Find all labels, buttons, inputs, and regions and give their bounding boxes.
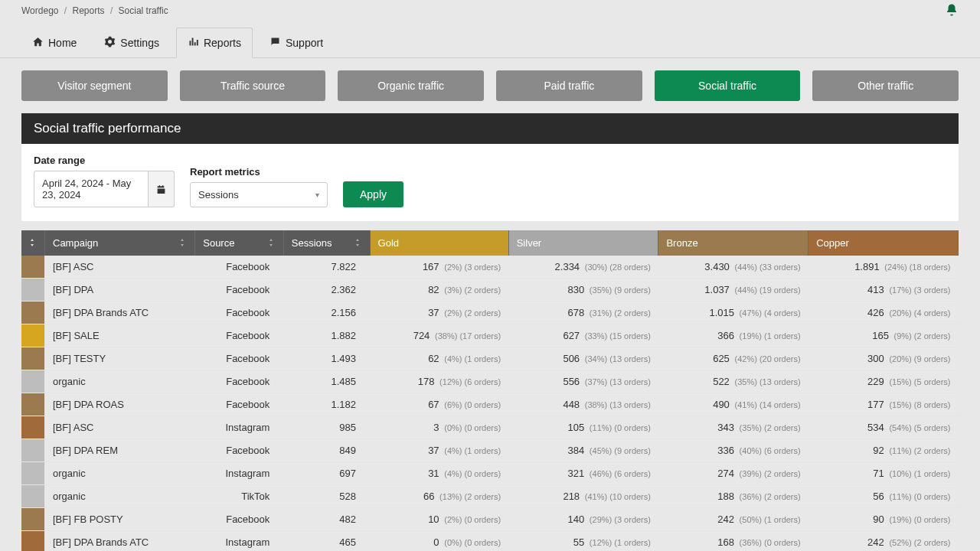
table-row[interactable]: organicTikTok52866 (13%) (2 orders)218 (…	[21, 485, 959, 508]
campaign-cell: [BF] DPA Brands ATC	[45, 531, 195, 552]
col-campaign[interactable]: Campaign	[45, 230, 195, 256]
col-index[interactable]	[21, 230, 45, 256]
col-bronze[interactable]: Bronze	[658, 230, 808, 256]
table-row[interactable]: [BF] TESTYFacebook1.49362 (4%) (1 orders…	[21, 347, 959, 370]
gold-cell: 167 (2%) (3 orders)	[370, 256, 508, 279]
bronze-cell: 1.037 (44%) (19 orders)	[658, 279, 808, 302]
nav-settings[interactable]: Settings	[93, 28, 170, 57]
campaign-cell: [BF] ASC	[45, 416, 195, 439]
sessions-cell: 1.882	[283, 324, 370, 347]
gold-cell: 62 (4%) (1 orders)	[370, 347, 508, 370]
silver-cell: 384 (45%) (9 orders)	[508, 439, 658, 462]
gold-cell: 724 (38%) (17 orders)	[370, 324, 508, 347]
table-row[interactable]: [BF] ASCFacebook7.822167 (2%) (3 orders)…	[21, 256, 959, 279]
table-row[interactable]: [BF] FB POSTYFacebook48210 (2%) (0 order…	[21, 508, 959, 531]
sessions-cell: 1.493	[283, 347, 370, 370]
source-cell: Facebook	[195, 439, 284, 462]
calendar-icon[interactable]	[149, 171, 175, 207]
gold-cell: 3 (0%) (0 orders)	[370, 416, 508, 439]
row-color-swatch	[21, 302, 45, 324]
col-silver[interactable]: Silver	[508, 230, 658, 256]
silver-cell: 830 (35%) (9 orders)	[508, 279, 658, 302]
sessions-cell: 2.156	[283, 302, 370, 324]
table-row[interactable]: [BF] DPA ROASFacebook1.18267 (6%) (0 ord…	[21, 393, 959, 416]
bronze-cell: 522 (35%) (13 orders)	[658, 370, 808, 393]
nav-home[interactable]: Home	[21, 28, 87, 57]
sessions-cell: 1.485	[283, 370, 370, 393]
chart-icon	[188, 36, 199, 50]
subnav-item[interactable]: Traffic source	[180, 70, 326, 101]
source-cell: Facebook	[195, 370, 284, 393]
source-cell: Facebook	[195, 347, 284, 370]
sort-icon	[354, 237, 362, 249]
row-color-swatch	[21, 531, 45, 552]
sessions-cell: 1.182	[283, 393, 370, 416]
copper-cell: 534 (54%) (5 orders)	[808, 416, 959, 439]
source-cell: TikTok	[195, 485, 284, 508]
table-row[interactable]: organicInstagram69731 (4%) (0 orders)321…	[21, 462, 959, 485]
copper-cell: 426 (20%) (4 orders)	[808, 302, 959, 324]
campaign-cell: organic	[45, 485, 195, 508]
sessions-cell: 985	[283, 416, 370, 439]
table-row[interactable]: [BF] DPAFacebook2.36282 (3%) (2 orders)8…	[21, 279, 959, 302]
subnav-item[interactable]: Other traffic	[812, 70, 959, 101]
campaign-cell: [BF] SALE	[45, 324, 195, 347]
row-color-swatch	[21, 347, 45, 370]
silver-cell: 105 (11%) (0 orders)	[508, 416, 658, 439]
table-row[interactable]: [BF] DPA Brands ATCFacebook2.15637 (2%) …	[21, 302, 959, 324]
row-color-swatch	[21, 485, 45, 508]
sort-icon	[268, 237, 276, 249]
sessions-cell: 849	[283, 439, 370, 462]
row-color-swatch	[21, 393, 45, 416]
metric-select[interactable]: Sessions ▾	[190, 182, 328, 207]
copper-cell: 300 (20%) (9 orders)	[808, 347, 959, 370]
copper-cell: 90 (19%) (0 orders)	[808, 508, 959, 531]
row-color-swatch	[21, 439, 45, 462]
nav-support[interactable]: Support	[259, 28, 334, 57]
apply-button[interactable]: Apply	[343, 181, 403, 207]
sort-icon	[29, 237, 37, 249]
col-sessions[interactable]: Sessions	[283, 230, 370, 256]
table-row[interactable]: organicFacebook1.485178 (12%) (6 orders)…	[21, 370, 959, 393]
table-row[interactable]: [BF] ASCInstagram9853 (0%) (0 orders)105…	[21, 416, 959, 439]
bronze-cell: 274 (39%) (2 orders)	[658, 462, 808, 485]
gold-cell: 82 (3%) (2 orders)	[370, 279, 508, 302]
bronze-cell: 242 (50%) (1 orders)	[658, 508, 808, 531]
copper-cell: 56 (11%) (0 orders)	[808, 485, 959, 508]
breadcrumb-item[interactable]: Social traffic	[119, 5, 168, 16]
subnav-item[interactable]: Social traffic	[655, 70, 801, 101]
subnav-item[interactable]: Visitor segment	[21, 70, 168, 101]
gold-cell: 31 (4%) (0 orders)	[370, 462, 508, 485]
gold-cell: 0 (0%) (0 orders)	[370, 531, 508, 552]
gold-cell: 37 (4%) (1 orders)	[370, 439, 508, 462]
silver-cell: 218 (41%) (10 orders)	[508, 485, 658, 508]
source-cell: Facebook	[195, 324, 284, 347]
subnav-item[interactable]: Organic traffic	[338, 70, 484, 101]
copper-cell: 1.891 (24%) (18 orders)	[808, 256, 959, 279]
bronze-cell: 336 (40%) (6 orders)	[658, 439, 808, 462]
source-cell: Facebook	[195, 302, 284, 324]
subnav-item[interactable]: Paid traffic	[496, 70, 642, 101]
col-copper[interactable]: Copper	[808, 230, 959, 256]
source-cell: Instagram	[195, 416, 284, 439]
source-cell: Facebook	[195, 279, 284, 302]
nav-reports[interactable]: Reports	[176, 28, 253, 58]
table-row[interactable]: [BF] SALEFacebook1.882724 (38%) (17 orde…	[21, 324, 959, 347]
table-row[interactable]: [BF] DPA Brands ATCInstagram4650 (0%) (0…	[21, 531, 959, 552]
campaign-cell: organic	[45, 370, 195, 393]
bronze-cell: 490 (41%) (14 orders)	[658, 393, 808, 416]
silver-cell: 627 (33%) (15 orders)	[508, 324, 658, 347]
table-row[interactable]: [BF] DPA REMFacebook84937 (4%) (1 orders…	[21, 439, 959, 462]
cogs-icon	[104, 36, 116, 50]
breadcrumb-item[interactable]: Reports	[73, 5, 105, 16]
notifications-icon[interactable]	[945, 3, 959, 19]
col-gold[interactable]: Gold	[370, 230, 508, 256]
breadcrumb-item[interactable]: Wordego	[21, 5, 58, 16]
date-range-input[interactable]: April 24, 2024 - May 23, 2024	[34, 171, 149, 207]
breadcrumb[interactable]: Wordego / Reports / Social traffic	[21, 5, 168, 16]
copper-cell: 242 (52%) (2 orders)	[808, 531, 959, 552]
copper-cell: 229 (15%) (5 orders)	[808, 370, 959, 393]
col-source[interactable]: Source	[195, 230, 284, 256]
home-icon	[32, 36, 44, 50]
gold-cell: 178 (12%) (6 orders)	[370, 370, 508, 393]
